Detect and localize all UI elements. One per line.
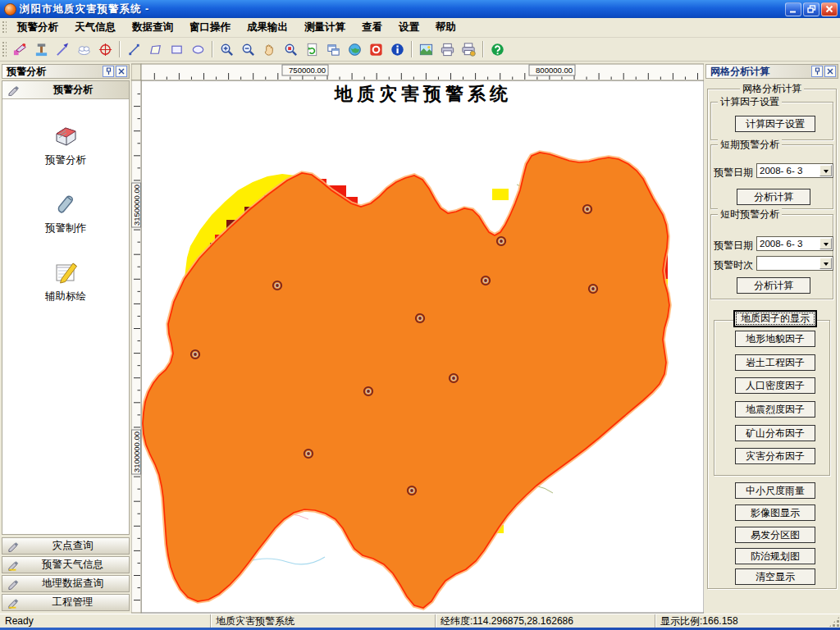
menu-grip[interactable]	[2, 21, 7, 34]
display-option-button-3[interactable]: 易发分区图	[735, 527, 815, 543]
warning-make-button[interactable]	[31, 39, 51, 59]
short-time-date-combobox[interactable]: 2008- 6- 3	[756, 236, 833, 251]
stop-button[interactable]	[366, 39, 386, 59]
status-system-name: 地质灾害预警系统	[210, 614, 435, 628]
status-coordinates: 经纬度:114.296875,28.162686	[435, 614, 655, 628]
left-panel-bar-label: 灾点查询	[21, 539, 124, 553]
minimize-button[interactable]	[785, 2, 801, 16]
left-panel-close-button[interactable]	[116, 66, 127, 77]
vertical-ruler[interactable]	[131, 80, 141, 613]
info-button[interactable]	[387, 39, 407, 59]
horizontal-ruler[interactable]	[141, 64, 704, 80]
left-panel-bar-1[interactable]: 灾点查询	[2, 537, 130, 555]
factor-setting-button[interactable]: 计算因子设置	[735, 116, 815, 132]
draw-polygon-button[interactable]	[145, 39, 165, 59]
toolbar-grip[interactable]	[2, 41, 7, 57]
right-panel-close-button[interactable]	[824, 66, 836, 77]
right-panel-pin-button[interactable]	[811, 66, 823, 77]
geology-factor-display-button[interactable]: 地质因子的显示	[733, 310, 817, 327]
cascade-windows-button[interactable]	[323, 39, 343, 59]
draw-line-button[interactable]	[124, 39, 144, 59]
display-option-button-1[interactable]: 中小尺度雨量	[735, 482, 815, 499]
weather-cloud-button[interactable]	[74, 39, 94, 59]
left-panel-item-label: 预警制作	[2, 221, 129, 235]
ruler-label-x1: 750000.00	[289, 66, 326, 75]
menu-item-1[interactable]: 预警分析	[9, 18, 66, 37]
short-term-date-combobox[interactable]: 2008- 6- 3	[756, 163, 833, 178]
grid-analysis-group-label: 网格分析计算	[740, 83, 804, 94]
draw-rectangle-button[interactable]	[167, 39, 186, 59]
print-setup-button[interactable]	[459, 39, 478, 59]
menu-item-2[interactable]: 天气信息	[66, 18, 124, 37]
hand-pen-icon	[7, 541, 21, 552]
refresh-button[interactable]	[302, 39, 322, 59]
chevron-down-icon[interactable]	[819, 258, 832, 269]
draw-ellipse-icon	[190, 42, 206, 57]
short-term-date-value: 2008- 6- 3	[760, 166, 802, 176]
short-term-analyze-button[interactable]: 分析计算	[737, 189, 810, 205]
close-button[interactable]	[821, 2, 838, 16]
map-area[interactable]: 地质灾害预警系统 750000.00 800000.00 3150000.00 …	[131, 62, 704, 614]
plot-dart-button[interactable]	[52, 39, 72, 59]
zoom-out-button[interactable]	[238, 39, 258, 59]
close-icon	[827, 68, 833, 75]
menu-item-7[interactable]: 查看	[354, 18, 390, 37]
left-panel-pin-button[interactable]	[103, 66, 114, 77]
resize-grip[interactable]	[829, 616, 840, 628]
zoom-extent-button[interactable]	[281, 39, 300, 59]
window-title: 浏阳市地质灾害预警系统 -	[20, 2, 783, 16]
short-time-session-combobox[interactable]	[756, 256, 833, 271]
right-dock-panel: 网格分析计算 网格分析计算 计算因子设置 计算因子设置 短期预警分析 预警日期	[704, 62, 840, 614]
display-option-button-4[interactable]: 防治规划图	[735, 548, 815, 564]
menu-item-3[interactable]: 数据查询	[124, 18, 181, 37]
factor-button-2[interactable]: 岩土工程因子	[735, 354, 815, 371]
hand-pen-yellow-icon	[7, 597, 21, 609]
left-panel-section-header[interactable]: 预警分析	[2, 81, 129, 99]
right-panel-titlebar: 网格分析计算	[705, 64, 838, 79]
close-icon	[118, 68, 125, 75]
left-panel-bar-3[interactable]: 地理数据查询	[2, 575, 130, 592]
zoom-out-icon	[240, 42, 256, 57]
chevron-down-icon[interactable]	[819, 238, 832, 249]
factor-button-6[interactable]: 灾害分布因子	[735, 448, 815, 464]
left-panel-bar-4[interactable]: 工程管理	[2, 594, 130, 611]
status-bar: Ready 地质灾害预警系统 经纬度:114.296875,28.162686 …	[0, 614, 840, 628]
main-region: 预警分析 预警分析 预警分析预警制作辅助标绘 灾点查询预警天气信息地理数据查询工…	[0, 62, 840, 614]
title-bar[interactable]: 浏阳市地质灾害预警系统 -	[0, 0, 840, 18]
globe-icon	[347, 42, 363, 57]
notepad-pencil-icon	[51, 257, 80, 286]
left-panel-bar-2[interactable]: 预警天气信息	[2, 556, 130, 573]
left-panel-item-1[interactable]: 预警分析	[2, 121, 129, 167]
display-option-button-2[interactable]: 影像图显示	[735, 504, 815, 521]
warning-analysis-button[interactable]	[10, 39, 30, 59]
short-time-date-label: 预警日期	[714, 239, 753, 253]
locate-target-button[interactable]	[95, 39, 115, 59]
status-ready: Ready	[0, 614, 210, 628]
factor-button-4[interactable]: 地震烈度因子	[735, 401, 815, 418]
globe-button[interactable]	[345, 39, 364, 59]
menu-item-9[interactable]: 帮助	[427, 18, 464, 37]
chevron-down-icon[interactable]	[819, 165, 832, 176]
menu-item-5[interactable]: 成果输出	[239, 18, 296, 37]
image-display-button[interactable]	[416, 39, 436, 59]
app-window: 浏阳市地质灾害预警系统 - 预警分析天气信息数据查询窗口操作成果输出测量计算查看…	[0, 0, 840, 630]
ruler-label-y2: 3100000.00	[132, 431, 141, 472]
short-time-analyze-button[interactable]: 分析计算	[737, 277, 810, 294]
left-panel-item-2[interactable]: 预警制作	[2, 189, 129, 235]
help-button[interactable]	[487, 39, 507, 59]
display-option-button-5[interactable]: 清空显示	[735, 568, 815, 585]
pan-hand-button[interactable]	[259, 39, 279, 59]
map-canvas[interactable]: 地质灾害预警系统 750000.00 800000.00 3150000.00 …	[131, 62, 704, 614]
zoom-in-button[interactable]	[217, 39, 236, 59]
restore-button[interactable]	[803, 2, 819, 16]
short-time-date-value: 2008- 6- 3	[760, 239, 802, 249]
menu-item-8[interactable]: 设置	[390, 18, 427, 37]
factor-button-5[interactable]: 矿山分布因子	[735, 425, 815, 441]
left-panel-item-3[interactable]: 辅助标绘	[2, 257, 129, 304]
print-button[interactable]	[437, 39, 457, 59]
menu-item-4[interactable]: 窗口操作	[181, 18, 239, 37]
factor-button-3[interactable]: 人口密度因子	[735, 377, 815, 394]
draw-ellipse-button[interactable]	[188, 39, 208, 59]
factor-button-1[interactable]: 地形地貌因子	[735, 331, 815, 347]
menu-item-6[interactable]: 测量计算	[296, 18, 354, 37]
